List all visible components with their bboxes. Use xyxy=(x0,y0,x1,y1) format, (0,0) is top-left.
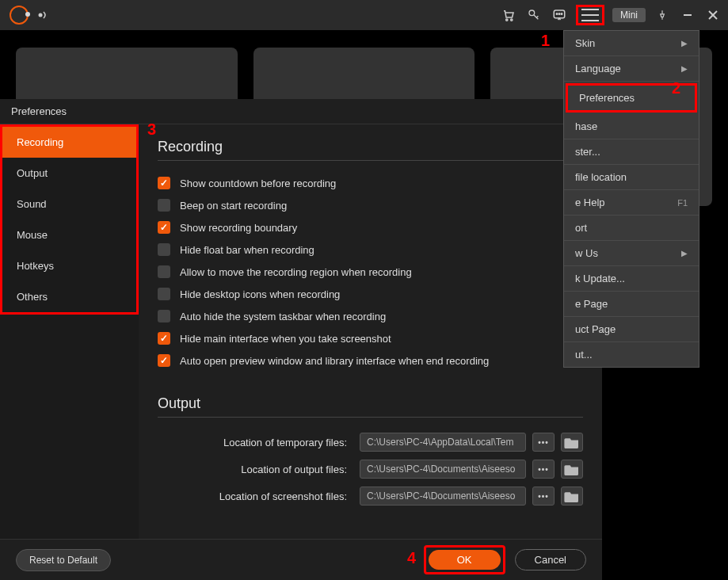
menu-button-highlight xyxy=(576,5,604,25)
menu-about[interactable]: ut... xyxy=(564,342,699,367)
svg-point-3 xyxy=(529,10,535,16)
output-path-input[interactable] xyxy=(360,433,526,452)
open-folder-icon[interactable] xyxy=(561,433,583,452)
checkbox-label: Auto open preview window and library int… xyxy=(180,355,489,367)
checkbox[interactable] xyxy=(158,177,170,189)
checkbox[interactable] xyxy=(158,265,170,278)
menu-label: Language xyxy=(575,63,621,74)
recording-option-row: Hide desktop icons when recording xyxy=(158,283,583,305)
svg-point-2 xyxy=(511,19,513,21)
checkbox[interactable] xyxy=(158,288,170,300)
checkbox-label: Hide main interface when you take screen… xyxy=(180,333,391,345)
svg-point-6 xyxy=(558,13,560,15)
preferences-content[interactable]: Recording Show countdown before recordin… xyxy=(139,124,602,539)
recording-option-row: Auto hide the system taskbar when record… xyxy=(158,305,583,327)
open-folder-icon[interactable] xyxy=(561,460,583,479)
annotation-4: 4 xyxy=(407,549,416,567)
output-label: Location of temporary files: xyxy=(158,437,353,448)
browse-button[interactable]: ••• xyxy=(532,460,555,479)
recording-option-row: Allow to move the recording region when … xyxy=(158,261,583,283)
chevron-right-icon: ▶ xyxy=(681,64,688,73)
menu-language[interactable]: Language▶ xyxy=(564,56,699,82)
svg-point-0 xyxy=(39,13,43,17)
mini-button[interactable]: Mini xyxy=(612,8,646,22)
menu-follow-us[interactable]: w Us▶ xyxy=(564,241,699,266)
cart-icon[interactable] xyxy=(500,6,517,24)
sidebar-item-sound[interactable]: Sound xyxy=(2,189,136,219)
output-path-row: Location of temporary files:••• xyxy=(158,429,583,456)
section-title-output: Output xyxy=(158,395,583,418)
browse-button[interactable]: ••• xyxy=(532,433,555,452)
ok-button[interactable]: OK xyxy=(429,550,501,570)
checkbox-label: Beep on start recording xyxy=(180,200,287,212)
menu-label: ort xyxy=(575,222,587,234)
dialog-footer: Reset to Default OK Cancel xyxy=(0,539,602,580)
sidebar-item-hotkeys[interactable]: Hotkeys xyxy=(2,250,136,281)
menu-register[interactable]: ster... xyxy=(564,139,699,165)
sidebar-item-output[interactable]: Output xyxy=(2,158,136,189)
chevron-right-icon: ▶ xyxy=(681,249,688,258)
checkbox[interactable] xyxy=(158,199,170,212)
recording-option-row: Show recording boundary xyxy=(158,216,583,238)
chevron-right-icon: ▶ xyxy=(681,39,688,48)
svg-point-5 xyxy=(556,13,558,15)
menu-support[interactable]: ort xyxy=(564,216,699,241)
ok-button-highlight: OK xyxy=(424,545,505,574)
record-indicator-icon xyxy=(35,6,52,24)
menu-label: e Page xyxy=(575,298,608,310)
titlebar-left xyxy=(6,6,52,25)
browse-button[interactable]: ••• xyxy=(532,487,555,506)
minimize-icon[interactable] xyxy=(679,6,696,24)
menu-label: file location xyxy=(575,171,627,183)
annotation-3: 3 xyxy=(147,120,156,139)
menu-purchase[interactable]: hase xyxy=(564,114,699,139)
sidebar-item-others[interactable]: Others xyxy=(2,281,136,312)
sidebar-item-mouse[interactable]: Mouse xyxy=(2,219,136,250)
menu-check-update[interactable]: k Update... xyxy=(564,266,699,292)
close-icon[interactable] xyxy=(704,6,722,24)
checkbox-label: Hide float bar when recording xyxy=(180,244,314,256)
checkbox[interactable] xyxy=(158,354,170,367)
checkbox[interactable] xyxy=(158,310,170,322)
cancel-button[interactable]: Cancel xyxy=(515,549,586,570)
feedback-icon[interactable] xyxy=(551,6,568,24)
menu-open-file-location[interactable]: file location xyxy=(564,165,699,190)
checkbox[interactable] xyxy=(158,221,170,234)
dialog-body: Recording Output Sound Mouse Hotkeys Oth… xyxy=(0,124,602,539)
dialog-title: Preferences xyxy=(11,105,67,117)
checkbox-label: Show countdown before recording xyxy=(180,177,336,189)
output-path-input[interactable] xyxy=(360,460,526,479)
checkbox[interactable] xyxy=(158,332,170,345)
output-path-row: Location of output files:••• xyxy=(158,456,583,483)
pin-icon[interactable] xyxy=(654,6,671,24)
recording-option-row: Auto open preview window and library int… xyxy=(158,349,583,372)
checkbox-label: Auto hide the system taskbar when record… xyxy=(180,311,386,322)
menu-button[interactable] xyxy=(581,9,599,21)
menu-label: k Update... xyxy=(575,273,625,284)
annotation-1: 1 xyxy=(541,32,550,50)
preferences-sidebar: Recording Output Sound Mouse Hotkeys Oth… xyxy=(0,124,139,539)
output-path-input[interactable] xyxy=(360,487,526,506)
menu-product-page[interactable]: uct Page xyxy=(564,317,699,342)
reset-to-default-button[interactable]: Reset to Default xyxy=(16,549,111,571)
checkbox[interactable] xyxy=(158,243,170,256)
sidebar-item-recording[interactable]: Recording xyxy=(2,127,136,158)
recording-option-row: Hide float bar when recording xyxy=(158,238,583,261)
menu-label: ster... xyxy=(575,146,600,158)
menu-skin[interactable]: Skin▶ xyxy=(564,31,699,56)
menu-online-help[interactable]: e HelpF1 xyxy=(564,190,699,216)
open-folder-icon[interactable] xyxy=(561,487,583,506)
menu-label: ut... xyxy=(575,349,593,361)
menu-label: w Us xyxy=(575,247,598,259)
menu-label: uct Page xyxy=(575,323,616,335)
sidebar-highlight: Recording Output Sound Mouse Hotkeys Oth… xyxy=(0,124,139,315)
menu-home-page[interactable]: e Page xyxy=(564,292,699,317)
key-icon[interactable] xyxy=(525,6,543,24)
output-label: Location of screenshot files: xyxy=(158,490,353,502)
svg-point-1 xyxy=(506,19,508,21)
app-logo-icon xyxy=(10,6,29,25)
titlebar-right: Mini xyxy=(500,5,722,25)
menu-label: e Help xyxy=(575,197,605,208)
svg-point-7 xyxy=(561,13,562,15)
annotation-2: 2 xyxy=(672,79,680,97)
